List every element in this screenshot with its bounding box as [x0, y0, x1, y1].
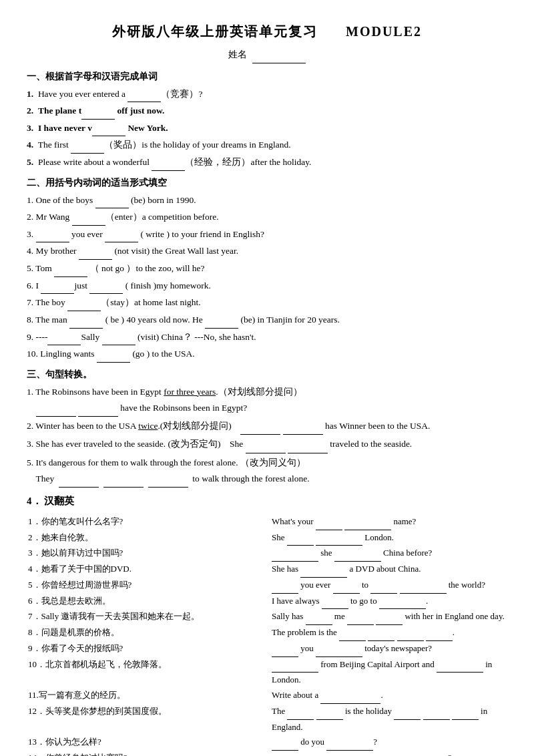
- t-cn-9: 9．你看了今天的报纸吗?: [27, 641, 264, 657]
- t-en-7: Sally has me with her in England one day…: [270, 609, 507, 625]
- t-en-13: do you ?: [270, 735, 507, 751]
- q3-1: 1. The Robinsons have been in Egypt for …: [27, 384, 507, 417]
- section-1-title: 一、根据首字母和汉语完成单词: [27, 69, 507, 85]
- t-en-10: from Beijing Capital Airport and in Lond…: [270, 657, 507, 689]
- q3-5: 5. It's dangerous for them to walk throu…: [27, 455, 507, 488]
- t-cn-2: 2．她来自伦敦。: [27, 530, 264, 546]
- t-en-14: you ever a ?: [270, 751, 507, 756]
- q2-8: 8. The man ( be ) 40 years old now. He (…: [27, 312, 507, 329]
- t-cn-13: 13．你认为怎么样?: [27, 735, 264, 751]
- t-cn-1: 1．你的笔友叫什么名字?: [27, 514, 264, 530]
- t-en-5: you ever to the world?: [270, 578, 507, 594]
- t-cn-10: 10．北京首都机场起飞，伦敦降落。: [27, 657, 264, 689]
- t-en-3: she China before?: [270, 546, 507, 562]
- q2-7: 7. The boy （stay）at home last night.: [27, 295, 507, 311]
- t-cn-8: 8．问题是机票的价格。: [27, 625, 264, 641]
- q3-3: 3. She has ever traveled to the seaside.…: [27, 436, 507, 453]
- t-cn-6: 6．我总是想去欧洲。: [27, 594, 264, 610]
- page-title: 外研版八年级上册英语单元复习 MODULE2: [27, 20, 507, 43]
- q1-5: 5. Please write about a wonderful （经验，经历…: [27, 154, 507, 171]
- q1-3: 3. I have never v New York.: [27, 120, 507, 137]
- section-2-title: 二、用括号内动词的适当形式填空: [27, 175, 507, 191]
- q2-10: 10. Lingling wants (go ) to the USA.: [27, 346, 507, 363]
- t-cn-11: 11.写一篇有意义的经历。: [27, 688, 264, 704]
- t-cn-3: 3．她以前拜访过中国吗?: [27, 546, 264, 562]
- translation-grid: 1．你的笔友叫什么名字? What's your name? 2．她来自伦敦。 …: [27, 514, 507, 756]
- q2-5: 5. Tom （ not go ）to the zoo, will he?: [27, 260, 507, 277]
- name-line: 姓名: [27, 47, 507, 63]
- section-4-title: 4． 汉翻英: [27, 493, 507, 510]
- t-en-1: What's your name?: [270, 514, 507, 530]
- q1-2: 2. The plane t off just now.: [27, 103, 507, 120]
- t-en-9: you today's newspaper?: [270, 641, 507, 657]
- t-cn-14: 14．你曾经参加过比赛吗?: [27, 751, 264, 756]
- q2-9: 9. ---- Sally (visit) China？ ---No, she …: [27, 329, 507, 346]
- q2-2: 2. Mr Wang （enter）a competition before.: [27, 209, 507, 226]
- t-cn-12: 12．头等奖是你梦想的到英国度假。: [27, 704, 264, 735]
- q2-4: 4. My brother (not visit) the Great Wall…: [27, 243, 507, 260]
- t-en-2: She London.: [270, 530, 507, 546]
- q2-6: 6. I just ( finish )my homework.: [27, 278, 507, 295]
- t-en-6: I have always to go to .: [270, 594, 507, 610]
- t-en-12: The is the holiday in England.: [270, 704, 507, 735]
- t-cn-5: 5．你曾经想过周游世界吗?: [27, 578, 264, 594]
- t-en-11: Write about a .: [270, 688, 507, 704]
- q3-2: 2. Winter has been to the USA twice.(对划线…: [27, 418, 507, 435]
- section-3-title: 三、句型转换。: [27, 367, 507, 383]
- t-en-8: The problem is the .: [270, 625, 507, 641]
- q1-1: 1. Have you ever entered a （竞赛）?: [27, 86, 507, 103]
- name-underline[interactable]: [252, 47, 306, 63]
- t-en-4: She has a DVD about China.: [270, 562, 507, 578]
- q1-4: 4. The first （奖品）is the holiday of your …: [27, 137, 507, 154]
- t-cn-7: 7．Sally 邀请我有一天去英国和她来在一起。: [27, 609, 264, 625]
- q2-3: 3. you ever ( write ) to your friend in …: [27, 226, 507, 243]
- t-cn-4: 4．她看了关于中国的DVD.: [27, 562, 264, 578]
- q2-1: 1. One of the boys (be) born in 1990.: [27, 192, 507, 209]
